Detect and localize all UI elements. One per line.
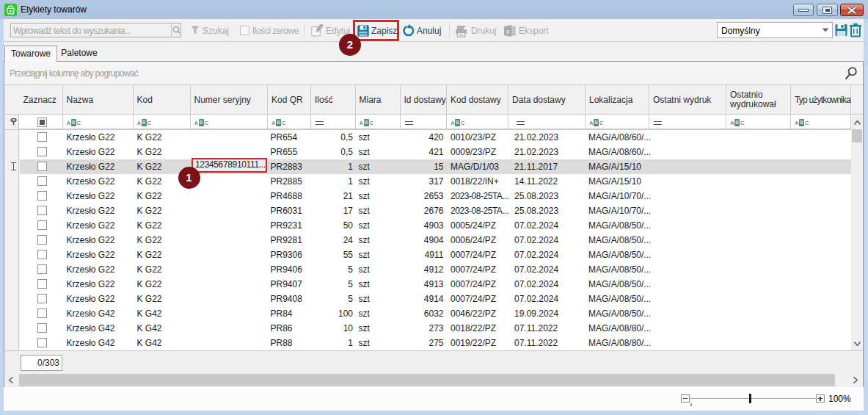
svg-text:x: x [506, 28, 510, 35]
